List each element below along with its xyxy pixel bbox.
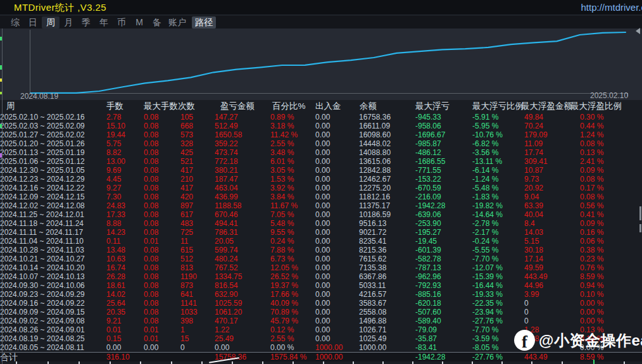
menu-item-M[interactable]: M <box>130 16 148 28</box>
table-row[interactable]: 2024.09.02 ~ 2024.09.089.210.08398470.17… <box>0 317 642 325</box>
table-cell: 14448.02 <box>359 139 415 148</box>
table-row[interactable]: 2024.11.11 ~ 2024.11.1714.230.08725786.3… <box>0 228 642 237</box>
table-cell: 2024.11.18 ~ 2024.11.24 <box>0 219 106 228</box>
menu-item-备[interactable]: 备 <box>148 16 166 28</box>
table-cell: 521 <box>180 157 215 166</box>
column-header: 最大浮盈比例 <box>580 99 642 113</box>
table-row[interactable]: 2024.12.23 ~ 2024.12.294.450.08210187.47… <box>0 175 642 184</box>
table-row[interactable]: 2024.12.30 ~ 2025.01.059.690.08417380.21… <box>0 166 642 175</box>
table-cell: 417 <box>180 184 215 192</box>
table-row[interactable]: 2024.09.16 ~ 2024.09.2225.640.0811411025… <box>0 299 642 308</box>
table-cell: 7.30 <box>106 192 144 201</box>
table-row[interactable]: 2024.12.09 ~ 2024.12.157.300.08420436.99… <box>0 192 642 201</box>
table-row[interactable]: 2024.11.04 ~ 2024.11.100.110.011120.050.… <box>0 237 642 246</box>
table-cell: -1942.28 <box>415 201 472 210</box>
table-cell: 0.08 <box>144 246 180 254</box>
website-link[interactable]: http://mtdriver.c <box>581 2 642 13</box>
table-row[interactable]: 2024.12.16 ~ 2024.12.229.270.08417463.04… <box>0 184 642 192</box>
table-cell: -79.09 <box>415 325 472 334</box>
table-cell: 0 <box>524 299 580 308</box>
axis-tick <box>501 361 503 364</box>
path-button[interactable]: 路径 <box>192 16 216 28</box>
table-cell: 641 <box>180 290 215 299</box>
scrollbar-thumb[interactable] <box>639 224 641 232</box>
table-cell: 2024.12.02 ~ 2024.12.08 <box>0 201 106 210</box>
table-cell: 10.87 <box>524 166 580 175</box>
table-row[interactable]: 2025.02.10 ~ 2025.02.162.780.08105147.27… <box>0 113 642 122</box>
table-cell: -253.90 <box>415 219 472 228</box>
table-row[interactable]: 2025.01.27 ~ 2025.02.0219.440.085731650.… <box>0 130 642 139</box>
table-cell: 0.00 <box>315 290 359 299</box>
table-cell: -792.93 <box>415 281 472 290</box>
table-row[interactable]: 2025.02.03 ~ 2025.02.0915.100.08668512.4… <box>0 122 642 130</box>
menu-item-综[interactable]: 综 <box>6 16 24 28</box>
edge-mark <box>0 78 2 82</box>
table-cell: 1025.49 <box>359 334 415 343</box>
table-row[interactable]: 2024.10.28 ~ 2024.11.0313.480.08615599.7… <box>0 246 642 254</box>
menu-item-币[interactable]: 币 <box>113 16 130 28</box>
total-cell <box>144 353 180 362</box>
table-cell: 2025.01.20 ~ 2025.01.26 <box>0 139 106 148</box>
menu-item-日[interactable]: 日 <box>24 16 42 28</box>
menu-item-账户[interactable]: 账户 <box>166 16 189 28</box>
menu-item-月[interactable]: 月 <box>60 16 77 28</box>
scrollbar-thumb[interactable] <box>639 206 641 220</box>
watermark: f @小资金操作ea <box>514 330 642 351</box>
table-cell: 0.00 <box>315 148 359 157</box>
menu-item-年[interactable]: 年 <box>95 16 113 28</box>
table-cell: -2.17 % <box>472 228 524 237</box>
table-cell: 9.55 % <box>270 228 315 237</box>
table-cell: 15 <box>180 334 215 343</box>
axis-tick <box>562 361 563 364</box>
table-cell: 12275.20 <box>359 184 415 192</box>
table-cell: 9021.72 <box>359 228 415 237</box>
table-row[interactable]: 2024.11.25 ~ 2024.12.0117.330.08617670.4… <box>0 210 642 219</box>
table-cell: 0.08 <box>144 210 180 219</box>
table-cell: 0.08 <box>144 281 180 290</box>
table-cell: 4.45 <box>106 175 144 184</box>
table-cell: 11.42 % <box>270 130 315 139</box>
table-row[interactable]: 2024.12.02 ~ 2024.12.0824.830.088971188.… <box>0 201 642 210</box>
table-row[interactable]: 2024.10.21 ~ 2024.10.2710.630.08512480.2… <box>0 254 642 263</box>
table-row[interactable]: 2024.09.23 ~ 2024.09.2914.020.08641632.9… <box>0 290 642 299</box>
axis-tick-highlight <box>593 360 595 364</box>
table-row[interactable]: 2024.10.14 ~ 2024.10.2016.740.08813767.5… <box>0 263 642 272</box>
table-cell: 16.74 <box>106 263 144 272</box>
table-cell: 3.05 % <box>270 166 315 175</box>
table-cell: -12.07 % <box>472 263 524 272</box>
table-row[interactable]: 2024.10.07 ~ 2024.10.1326.280.0811901334… <box>0 272 642 281</box>
axis-tick <box>382 361 384 364</box>
table-cell: 0.08 % <box>580 139 642 148</box>
table-cell: -6.14 % <box>472 166 524 175</box>
table-row[interactable]: 2025.01.13 ~ 2025.01.198.820.08425473.74… <box>0 148 642 157</box>
table-row[interactable]: 2025.01.20 ~ 2025.01.265.750.08328359.22… <box>0 139 642 148</box>
table-cell: 1141 <box>180 299 215 308</box>
table-cell: 0.08 <box>144 166 180 175</box>
menu-item-周[interactable]: 周 <box>42 16 60 28</box>
table-cell: 12.05 % <box>270 263 315 272</box>
table-cell: 9.73 <box>524 175 580 184</box>
table-cell: 670.46 <box>215 210 270 219</box>
table-cell: 816.54 <box>215 281 270 290</box>
table-cell: 7615.62 <box>359 254 415 263</box>
table-cell: 7135.38 <box>359 263 415 272</box>
table-row[interactable]: 2024.09.30 ~ 2024.10.0618.610.08873816.5… <box>0 281 642 290</box>
table-cell: 11.67 % <box>270 201 315 210</box>
table-cell: 16098.60 <box>359 130 415 139</box>
table-cell: -216.09 <box>415 192 472 201</box>
table-cell: -153.22 <box>415 175 472 184</box>
table-cell: 0.01 <box>106 325 144 334</box>
equity-chart-panel[interactable]: 2024.08.19 2025.02.10 <box>0 28 642 100</box>
table-cell: 0.00 <box>315 272 359 281</box>
menu-item-季[interactable]: 季 <box>77 16 95 28</box>
table-cell: 0.15 <box>106 334 144 343</box>
table-row[interactable]: 2025.01.06 ~ 2025.01.1213.000.08521772.1… <box>0 157 642 166</box>
table-row[interactable]: 2024.09.09 ~ 2024.09.1520.350.0810331061… <box>0 308 642 317</box>
chart-scroll-left-arrow-icon[interactable] <box>636 28 640 34</box>
column-header: 手数 <box>106 99 144 113</box>
table-row[interactable]: 2024.11.18 ~ 2024.11.248.880.08483494.41… <box>0 219 642 228</box>
table-cell: 512.49 <box>215 122 270 130</box>
table-cell: -7.70 % <box>472 254 524 263</box>
table-cell: 0.08 <box>144 317 180 325</box>
table-cell: 0.01 <box>144 334 180 343</box>
